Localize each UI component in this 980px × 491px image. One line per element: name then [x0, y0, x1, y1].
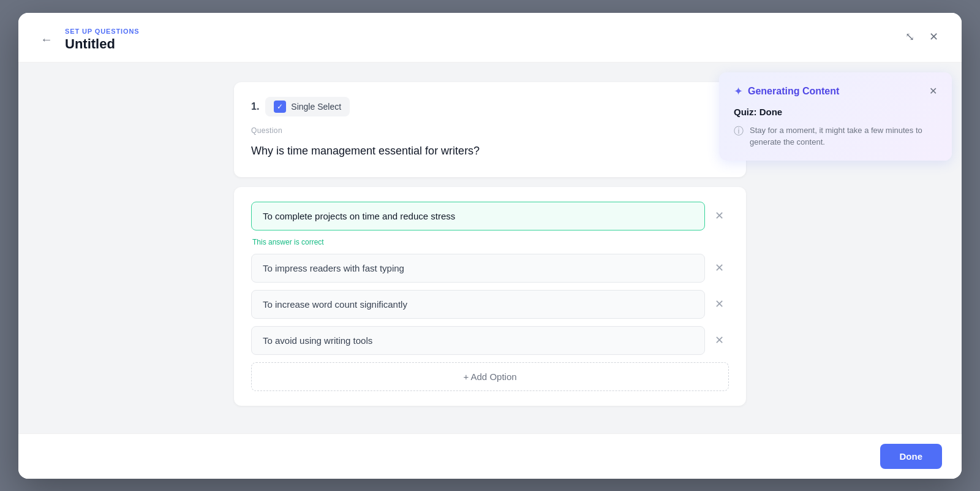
content-area: 1. ✓ Single Select Question Why is time … [214, 82, 766, 406]
header-right: ⤡ ✕ [902, 28, 942, 46]
close-button[interactable]: ✕ [925, 28, 942, 46]
question-card: 1. ✓ Single Select Question Why is time … [234, 82, 746, 177]
remove-correct-button[interactable]: ✕ [710, 204, 729, 227]
breadcrumb: SET UP QUESTIONS [65, 28, 139, 35]
panel-title: Generating Content [748, 86, 839, 97]
correct-answer-option: ✕ [251, 202, 729, 230]
done-button[interactable]: Done [880, 444, 943, 469]
status-label: Quiz: [734, 107, 757, 117]
question-text: Why is time management essential for wri… [251, 140, 729, 162]
answer-option-2: ✕ [251, 290, 729, 319]
remove-option-1-button[interactable]: ✕ [710, 256, 729, 280]
question-number: 1. [251, 101, 259, 112]
back-button[interactable]: ← [38, 30, 55, 49]
correct-label: This answer is correct [252, 238, 729, 246]
main-modal: ← SET UP QUESTIONS Untitled ⤡ ✕ 1. ✓ Sin… [18, 13, 962, 479]
header-left: ← SET UP QUESTIONS Untitled [38, 28, 139, 52]
modal-header: ← SET UP QUESTIONS Untitled ⤡ ✕ [18, 13, 962, 63]
checkbox-icon: ✓ [274, 101, 286, 113]
generating-panel: ✦ Generating Content ✕ Quiz: Done ⓘ Stay… [719, 72, 952, 161]
panel-header: ✦ Generating Content ✕ [734, 85, 937, 98]
type-label: Single Select [291, 102, 341, 112]
answer-input-1[interactable] [251, 254, 705, 283]
correct-answer-wrapper: ✕ This answer is correct [251, 202, 729, 246]
compress-button[interactable]: ⤡ [902, 28, 918, 46]
answer-option-3: ✕ [251, 326, 729, 355]
panel-info: ⓘ Stay for a moment, it might take a few… [734, 124, 937, 148]
type-badge[interactable]: ✓ Single Select [265, 97, 350, 116]
answer-input-3[interactable] [251, 326, 705, 355]
panel-status: Quiz: Done [734, 107, 937, 117]
remove-option-3-button[interactable]: ✕ [710, 329, 729, 352]
modal-title: Untitled [65, 36, 139, 52]
remove-option-2-button[interactable]: ✕ [710, 292, 729, 316]
answers-card: ✕ This answer is correct ✕ ✕ ✕ [234, 187, 746, 406]
modal-footer: Done [18, 433, 962, 479]
panel-info-text: Stay for a moment, it might take a few m… [750, 124, 937, 148]
answer-option-1: ✕ [251, 254, 729, 283]
question-type-row: 1. ✓ Single Select [251, 97, 729, 116]
modal-body: 1. ✓ Single Select Question Why is time … [18, 63, 962, 433]
status-value: Done [760, 107, 783, 117]
answer-input-2[interactable] [251, 290, 705, 319]
panel-close-button[interactable]: ✕ [929, 85, 937, 97]
correct-answer-input[interactable] [251, 202, 705, 230]
header-title-group: SET UP QUESTIONS Untitled [65, 28, 139, 52]
sparkle-icon: ✦ [734, 85, 743, 98]
info-icon: ⓘ [734, 125, 744, 138]
panel-title-row: ✦ Generating Content [734, 85, 839, 98]
question-label: Question [251, 126, 729, 135]
add-option-button[interactable]: + Add Option [251, 362, 729, 391]
